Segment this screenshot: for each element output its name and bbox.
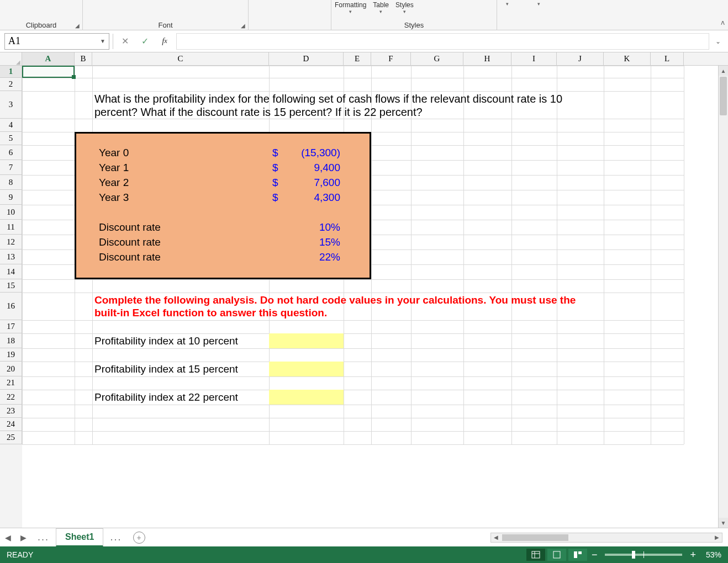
row-header-16[interactable]: 16	[0, 293, 22, 320]
row-header-4[interactable]: 4	[0, 119, 22, 132]
tab-overflow-button[interactable]: ...	[103, 532, 128, 543]
cells-area[interactable]: ▲ ▼ What is the profitability index for …	[22, 66, 728, 528]
chevron-down-icon: ▾	[506, 1, 509, 7]
zoom-level[interactable]: 53%	[706, 550, 721, 559]
enter-formula-button[interactable]: ✓	[136, 34, 153, 49]
expand-formula-bar-icon[interactable]: ⌄	[713, 38, 724, 45]
row-header-10[interactable]: 10	[0, 205, 22, 220]
column-headers: ABCDEFGHIJKL	[0, 52, 728, 66]
row-header-23[interactable]: 23	[0, 405, 22, 418]
answer-label: Profitability index at 15 percent	[94, 362, 269, 376]
row-header-11[interactable]: 11	[0, 220, 22, 235]
row-header-6[interactable]: 6	[0, 145, 22, 160]
name-box[interactable]: A1 ▼	[4, 33, 109, 50]
row-header-19[interactable]: 19	[0, 348, 22, 362]
question-text: What is the profitability index for the …	[94, 92, 602, 119]
column-header-L[interactable]: L	[651, 52, 684, 65]
chevron-down-icon: ▾	[537, 1, 540, 7]
scrollbar-thumb[interactable]	[502, 534, 568, 541]
zoom-in-button[interactable]: +	[687, 549, 699, 561]
page-layout-view-button[interactable]	[547, 549, 566, 561]
insert-function-button[interactable]: fx	[156, 34, 173, 49]
row-header-13[interactable]: 13	[0, 249, 22, 264]
row-header-14[interactable]: 14	[0, 264, 22, 279]
zoom-slider[interactable]	[605, 554, 682, 556]
scroll-right-icon[interactable]: ▶	[712, 534, 722, 540]
column-header-J[interactable]: J	[557, 52, 604, 65]
horizontal-scrollbar[interactable]: ◀ ▶	[490, 533, 722, 543]
name-box-value: A1	[8, 35, 20, 47]
rate-value: 10%	[269, 220, 340, 235]
row-header-3[interactable]: 3	[0, 91, 22, 119]
row-header-8[interactable]: 8	[0, 175, 22, 190]
column-header-G[interactable]: G	[411, 52, 463, 65]
scroll-left-icon[interactable]: ◀	[491, 534, 501, 540]
tab-menu-button[interactable]: ...	[31, 532, 56, 543]
ribbon-group-label: Font	[158, 21, 172, 29]
row-header-17[interactable]: 17	[0, 320, 22, 333]
column-header-F[interactable]: F	[371, 52, 411, 65]
chevron-down-icon[interactable]: ▼	[100, 38, 105, 44]
scroll-up-icon[interactable]: ▲	[719, 66, 728, 76]
svg-rect-0	[532, 551, 540, 558]
row-header-7[interactable]: 7	[0, 160, 22, 175]
ribbon-group-font: Font ◢	[83, 0, 249, 30]
answer-label: Profitability index at 10 percent	[94, 333, 269, 348]
row-header-9[interactable]: 9	[0, 190, 22, 205]
new-sheet-button[interactable]: +	[133, 532, 145, 544]
select-all-corner[interactable]	[0, 52, 22, 65]
ribbon-dropdown[interactable]: ▾	[534, 1, 544, 7]
active-cell-selection	[22, 66, 75, 78]
svg-rect-3	[553, 551, 560, 558]
formula-input[interactable]	[176, 33, 709, 50]
column-header-A[interactable]: A	[22, 52, 75, 65]
cashflow-label: Year 0	[99, 145, 269, 160]
vertical-scrollbar[interactable]: ▲ ▼	[718, 66, 728, 528]
row-header-21[interactable]: 21	[0, 376, 22, 390]
cashflow-label: Year 1	[99, 160, 269, 175]
status-bar: READY − + 53%	[0, 546, 728, 563]
dialog-launcher-icon[interactable]: ◢	[239, 22, 247, 29]
row-header-12[interactable]: 12	[0, 235, 22, 249]
column-header-B[interactable]: B	[75, 52, 92, 65]
cancel-formula-button[interactable]: ✕	[117, 34, 133, 49]
row-header-18[interactable]: 18	[0, 333, 22, 348]
row-header-24[interactable]: 24	[0, 418, 22, 431]
column-header-D[interactable]: D	[269, 52, 344, 65]
scrollbar-thumb[interactable]	[720, 77, 727, 115]
cashflow-label: Year 3	[99, 190, 269, 205]
row-header-5[interactable]: 5	[0, 132, 22, 145]
column-header-E[interactable]: E	[344, 52, 371, 65]
page-break-view-button[interactable]	[568, 549, 587, 561]
column-header-I[interactable]: I	[511, 52, 557, 65]
answer-input-cell[interactable]	[269, 390, 344, 405]
ribbon-dropdown[interactable]: ▾	[503, 1, 512, 7]
rate-label: Discount rate	[99, 235, 269, 249]
instruction-text: Complete the following analysis. Do not …	[94, 294, 602, 320]
tab-scroll-right-button[interactable]: ▶	[15, 533, 31, 542]
scroll-down-icon[interactable]: ▼	[719, 518, 728, 528]
answer-input-cell[interactable]	[269, 333, 344, 348]
row-header-22[interactable]: 22	[0, 390, 22, 405]
row-header-15[interactable]: 15	[0, 279, 22, 293]
ribbon: Clipboard ◢ Font ◢ Formatting▾ Table▾ St…	[0, 0, 728, 30]
tab-scroll-left-button[interactable]: ◀	[0, 533, 15, 542]
row-header-2[interactable]: 2	[0, 78, 22, 91]
answer-input-cell[interactable]	[269, 362, 344, 376]
rate-label: Discount rate	[99, 249, 269, 264]
row-header-1[interactable]: 1	[0, 66, 22, 78]
column-header-C[interactable]: C	[92, 52, 269, 65]
cashflow-value: 4,300	[269, 190, 340, 205]
rate-label: Discount rate	[99, 220, 269, 235]
spreadsheet-grid[interactable]: ABCDEFGHIJKL 123456789101112131415161718…	[0, 52, 728, 528]
dialog-launcher-icon[interactable]: ◢	[73, 22, 81, 29]
cashflow-value: 7,600	[269, 175, 340, 190]
zoom-out-button[interactable]: −	[588, 549, 601, 561]
sheet-tab-active[interactable]: Sheet1	[56, 528, 103, 547]
normal-view-button[interactable]	[526, 549, 545, 561]
column-header-H[interactable]: H	[463, 52, 511, 65]
row-header-20[interactable]: 20	[0, 362, 22, 376]
collapse-ribbon-icon[interactable]: ʌ	[721, 19, 725, 26]
row-header-25[interactable]: 25	[0, 431, 22, 444]
column-header-K[interactable]: K	[604, 52, 651, 65]
